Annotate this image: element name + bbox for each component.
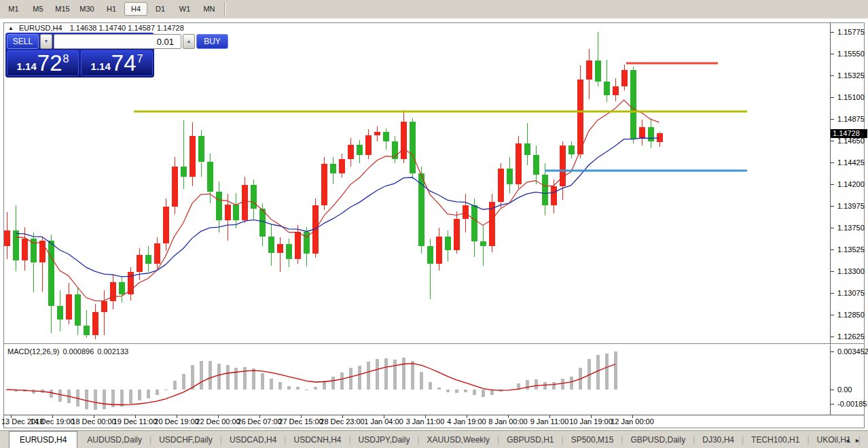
chart-tab-usdcad-h4[interactable]: USDCAD,H4: [222, 432, 284, 448]
price-tick-label: 1.12625: [837, 332, 867, 341]
macd-tick-label: -0.001851: [837, 400, 867, 408]
volume-input[interactable]: [54, 34, 181, 49]
macd-signal-value: 0.002133: [97, 347, 128, 356]
price-tick-label: 1.13300: [837, 267, 867, 275]
chart-tab-gbpusd-h1[interactable]: GBPUSD,H1: [499, 432, 561, 448]
sell-price-prefix: 1.14: [17, 61, 37, 72]
buy-button[interactable]: BUY: [196, 34, 228, 49]
chart-tab-eurusd-h4[interactable]: EURUSD,H4: [9, 431, 77, 448]
chart-tab-usdjpy-daily[interactable]: USDJPY,Daily: [351, 432, 418, 448]
price-tick-label: 1.14200: [837, 180, 867, 188]
tab-scroll-right-button[interactable]: ►: [854, 437, 865, 444]
price-tick-label: 1.13075: [837, 289, 867, 297]
sell-price-sup: 8: [63, 53, 69, 65]
volume-decrease-button[interactable]: ▼: [40, 34, 52, 49]
time-tick-label: 12 Jan 00:00: [602, 417, 663, 426]
price-tick-label: 1.15550: [837, 50, 867, 58]
price-tick-label: 1.14875: [837, 115, 867, 123]
chart-title: ▲ EURUSD,H4 1.14638 1.14740 1.14587 1.14…: [8, 24, 184, 32]
timeframe-m5-button[interactable]: M5: [26, 2, 50, 16]
price-tick-label: 1.12850: [837, 311, 867, 319]
toolbar-separator: [224, 2, 225, 16]
sell-price-button[interactable]: 1.14728: [7, 50, 79, 76]
chart-window: ▲ EURUSD,H4 1.14638 1.14740 1.14587 1.14…: [0, 19, 868, 430]
price-tick-label: 1.14425: [837, 158, 867, 167]
macd-indicator-label: MACD(12,26,9)0.0008960.002133: [7, 347, 132, 356]
macd-tick-label: 0.00: [837, 385, 867, 394]
macd-histogram: [5, 351, 617, 410]
macd-name: MACD(12,26,9): [7, 347, 59, 356]
price-tick-label: 1.13750: [837, 224, 867, 232]
chart-tab-usdchf-daily[interactable]: USDCHF,Daily: [151, 432, 220, 448]
chart-tab-tech100-h1[interactable]: TECH100,H1: [744, 432, 807, 448]
buy-price-sup: 7: [137, 53, 143, 65]
ohlc-values: 1.14638 1.14740 1.14587 1.14728: [70, 24, 184, 32]
chart-tab-audusd-daily[interactable]: AUDUSD,Daily: [79, 432, 149, 448]
timeframe-m15-button[interactable]: M15: [51, 2, 74, 16]
timeframe-h4-button[interactable]: H4: [124, 2, 147, 16]
price-tick-label: 1.15100: [837, 93, 867, 101]
chart-tab-sp500-m15[interactable]: SP500,M15: [564, 432, 621, 448]
price-tick-label: 1.13525: [837, 245, 867, 254]
price-chart-canvas[interactable]: [0, 19, 868, 430]
price-tick-label: 1.13975: [837, 202, 867, 210]
buy-price-button[interactable]: 1.14747: [81, 50, 153, 76]
price-tick-label: 1.15775: [837, 28, 867, 36]
timeframe-m30-button[interactable]: M30: [75, 2, 98, 16]
volume-increase-button[interactable]: ▲: [183, 34, 195, 49]
timeframe-m1-button[interactable]: M1: [2, 2, 25, 16]
sell-price-big: 72: [37, 53, 62, 73]
timeframe-h1-button[interactable]: H1: [100, 2, 123, 16]
mt4-terminal: M1M5M15M30H1H4D1W1MN ▲ EURUSD,H4 1.14638…: [0, 0, 868, 448]
chart-tab-bar: EURUSD,H4AUDUSD,Daily|USDCHF,Daily|USDCA…: [0, 430, 868, 448]
chart-tab-dj30-h4[interactable]: DJ30,H4: [695, 432, 742, 448]
timeframe-w1-button[interactable]: W1: [173, 2, 196, 16]
current-price-tag: 1.14728: [831, 129, 867, 138]
timeframe-mn-button[interactable]: MN: [198, 2, 221, 16]
buy-price-prefix: 1.14: [91, 61, 111, 72]
chart-tab-usdcnh-h4[interactable]: USDCNH,H4: [286, 432, 348, 448]
one-click-trading-panel: SELL ▼ ▲ BUY 1.14728 1.14747: [5, 33, 154, 77]
buy-price-big: 74: [111, 53, 137, 73]
price-tick-label: 1.15325: [837, 71, 867, 80]
timeframe-toolbar: M1M5M15M30H1H4D1W1MN: [0, 0, 868, 19]
chart-tab-xauusd-weekly[interactable]: XAUUSD,Weekly: [420, 432, 497, 448]
sell-button[interactable]: SELL: [7, 34, 39, 49]
chart-tab-gbpusd-daily[interactable]: GBPUSD,Daily: [623, 432, 693, 448]
symbol-timeframe-label: EURUSD,H4: [19, 24, 62, 32]
tab-scroll-left-button[interactable]: ◄: [844, 437, 854, 444]
macd-tick-label: 0.003452: [837, 347, 867, 356]
timeframe-d1-button[interactable]: D1: [149, 2, 172, 16]
macd-value: 0.000896: [62, 347, 94, 356]
candlesticks: [4, 32, 663, 339]
collapse-icon[interactable]: ▲: [8, 25, 14, 31]
